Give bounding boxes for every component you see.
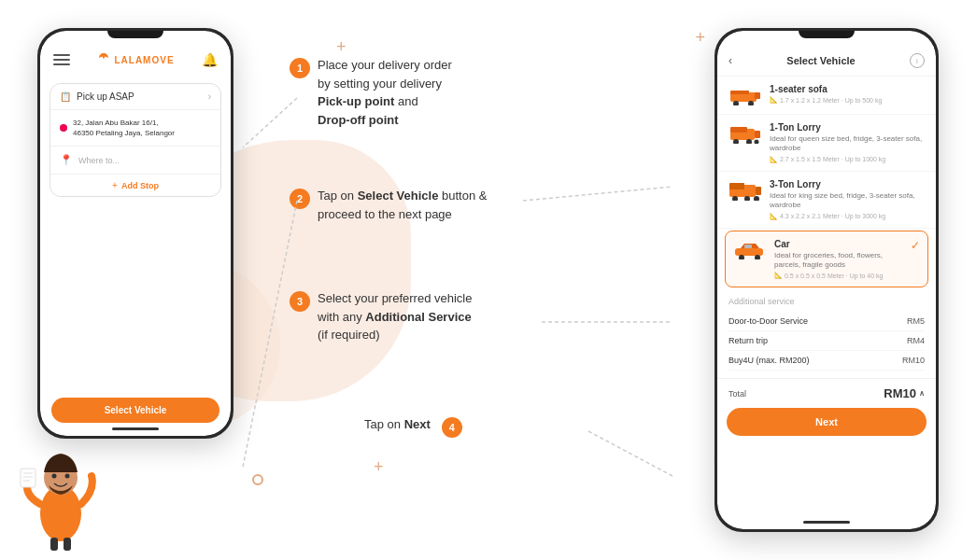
- 1ton-desc: Ideal for queen size bed, fridge, 3-seat…: [770, 134, 925, 154]
- logo-text: LALAMOVE: [114, 55, 174, 65]
- car-desc: Ideal for groceries, food, flowers, parc…: [774, 251, 903, 271]
- step-1-bubble: 1: [290, 58, 310, 78]
- phone-notch-left: [107, 31, 163, 38]
- deco-plus-2: +: [374, 457, 384, 477]
- car-image: [733, 239, 767, 261]
- total-bar: Total RM10 ∧: [717, 378, 936, 404]
- step-4-bubble: 4: [442, 417, 462, 438]
- 3ton-name: 3-Ton Lorry: [770, 179, 925, 189]
- logo-bird-icon: [97, 51, 110, 68]
- car-specs: 📐 0.5 x 0.5 x 0.5 Meter · Up to 40 kg: [774, 272, 903, 279]
- total-label: Total: [728, 389, 746, 399]
- right-phone: ‹ Select Vehicle i 1-seater sofa 📐: [714, 28, 939, 532]
- deco-plus-1: +: [336, 37, 347, 57]
- step-2-bubble: 2: [290, 189, 310, 209]
- svg-point-10: [755, 140, 759, 145]
- left-phone: LALAMOVE 🔔 📋 Pick up ASAP › 32, Jalan Ab…: [37, 28, 233, 439]
- step-3-bubble: 3: [290, 291, 310, 312]
- instruction-step-3: 3 Select your preferred vehiclewith any …: [290, 289, 472, 344]
- plus-icon: +: [112, 180, 118, 190]
- vehicle-page-title: Select Vehicle: [786, 55, 855, 66]
- svg-rect-29: [50, 538, 58, 551]
- pickup-arrow-icon: ›: [208, 91, 211, 102]
- home-bar-right: [803, 521, 850, 524]
- back-button[interactable]: ‹: [728, 54, 732, 67]
- buy4u-label: Buy4U (max. RM200): [728, 356, 810, 365]
- pickup-label: Pick up ASAP: [77, 91, 203, 102]
- step-1-text: Place your delivery orderby setting your…: [318, 56, 452, 129]
- additional-service-section: Additional service Door-to-Door Service …: [717, 289, 936, 378]
- order-card: 📋 Pick up ASAP › 32, Jalan Abu Bakar 16/…: [50, 83, 221, 197]
- svg-line-33: [523, 187, 672, 201]
- vehicle-header: ‹ Select Vehicle i: [717, 40, 936, 77]
- svg-rect-25: [21, 469, 35, 487]
- instruction-step-2: 2 Tap on Select Vehicle button &proceed …: [290, 187, 487, 223]
- character-illustration: [19, 429, 103, 551]
- return-trip-service[interactable]: Return trip RM4: [728, 331, 925, 351]
- dropoff-row[interactable]: 📍 Where to...: [50, 147, 220, 174]
- home-bar-left: [112, 427, 159, 430]
- total-value: RM10: [884, 386, 916, 400]
- add-stop-label: Add Stop: [121, 181, 159, 190]
- address-row[interactable]: 32, Jalan Abu Bakar 16/1, 46350 Petaling…: [50, 110, 220, 147]
- info-button[interactable]: i: [910, 53, 925, 68]
- svg-point-24: [65, 474, 70, 479]
- deco-plus-3: +: [695, 28, 705, 48]
- vehicle-item-3ton[interactable]: 3-Ton Lorry Ideal for king size bed, fri…: [717, 172, 936, 229]
- car-info: Car Ideal for groceries, food, flowers, …: [774, 239, 903, 280]
- lalamove-logo: LALAMOVE: [97, 51, 174, 68]
- step-2-text: Tap on Select Vehicle button &proceed to…: [318, 187, 487, 223]
- 1ton-lorry-image: [728, 122, 762, 145]
- selected-check-icon: ✓: [911, 239, 920, 252]
- vehicle-item-1ton[interactable]: 1-Ton Lorry Ideal for queen size bed, fr…: [717, 115, 936, 172]
- instruction-step-4: Tap on Next 4: [364, 415, 462, 438]
- caret-up-icon: ∧: [919, 389, 925, 398]
- bell-icon[interactable]: 🔔: [202, 52, 218, 67]
- return-trip-label: Return trip: [728, 336, 768, 345]
- buy4u-price: RM10: [902, 356, 925, 365]
- location-icon: 📍: [60, 154, 73, 166]
- pickup-time-icon: 📋: [60, 91, 71, 102]
- door-to-door-service[interactable]: Door-to-Door Service RM5: [728, 312, 925, 331]
- sofa-info: 1-seater sofa 📐 1.7 x 1.2 x 1.2 Meter · …: [770, 84, 925, 104]
- svg-rect-4: [755, 92, 760, 99]
- svg-rect-30: [64, 538, 71, 551]
- svg-rect-6: [730, 127, 747, 133]
- 3ton-specs: 📐 4.3 x 2.2 x 2.1 Meter · Up to 3000 kg: [770, 213, 925, 220]
- door-to-door-price: RM5: [907, 316, 925, 326]
- car-name: Car: [774, 239, 903, 249]
- 1ton-specs: 📐 2.7 x 1.5 x 1.5 Meter · Up to 1000 kg: [770, 156, 925, 163]
- vehicle-item-sofa[interactable]: 1-seater sofa 📐 1.7 x 1.2 x 1.2 Meter · …: [717, 77, 936, 115]
- step-4-text: Tap on Next: [364, 415, 431, 434]
- svg-rect-1: [730, 91, 749, 94]
- additional-service-title: Additional service: [728, 297, 925, 306]
- bottom-bar: Select Vehicle: [40, 398, 231, 423]
- door-to-door-label: Door-to-Door Service: [728, 316, 808, 326]
- where-to-placeholder: Where to...: [78, 156, 211, 165]
- pickup-dot: [60, 124, 67, 132]
- sofa-name: 1-seater sofa: [770, 84, 925, 94]
- add-stop-button[interactable]: + Add Stop: [50, 174, 220, 196]
- 3ton-info: 3-Ton Lorry Ideal for king size bed, fri…: [770, 179, 925, 220]
- next-button[interactable]: Next: [727, 408, 926, 436]
- vehicle-item-car[interactable]: Car Ideal for groceries, food, flowers, …: [725, 231, 928, 288]
- 3ton-desc: Ideal for king size bed, fridge, 3-seate…: [770, 191, 925, 211]
- total-amount[interactable]: RM10 ∧: [884, 386, 925, 400]
- instruction-step-1: 1 Place your delivery orderby setting yo…: [290, 56, 452, 129]
- sofa-specs: 📐 1.7 x 1.2 x 1.2 Meter · Up to 500 kg: [770, 96, 925, 104]
- svg-rect-17: [735, 248, 763, 256]
- return-trip-price: RM4: [907, 336, 925, 345]
- svg-point-23: [52, 474, 57, 479]
- select-vehicle-button[interactable]: Select Vehicle: [51, 398, 219, 423]
- 1ton-info: 1-Ton Lorry Ideal for queen size bed, fr…: [770, 122, 925, 163]
- pickup-row[interactable]: 📋 Pick up ASAP ›: [50, 84, 220, 110]
- svg-rect-12: [729, 183, 744, 189]
- buy4u-service[interactable]: Buy4U (max. RM200) RM10: [728, 351, 925, 371]
- hamburger-menu[interactable]: [53, 54, 70, 65]
- deco-circle-2: [252, 474, 263, 485]
- 3ton-lorry-image: [728, 179, 762, 202]
- step-3-text: Select your preferred vehiclewith any Ad…: [318, 289, 472, 344]
- address-text: 32, Jalan Abu Bakar 16/1, 46350 Petaling…: [73, 118, 175, 138]
- svg-rect-20: [744, 245, 752, 248]
- svg-rect-7: [755, 131, 760, 138]
